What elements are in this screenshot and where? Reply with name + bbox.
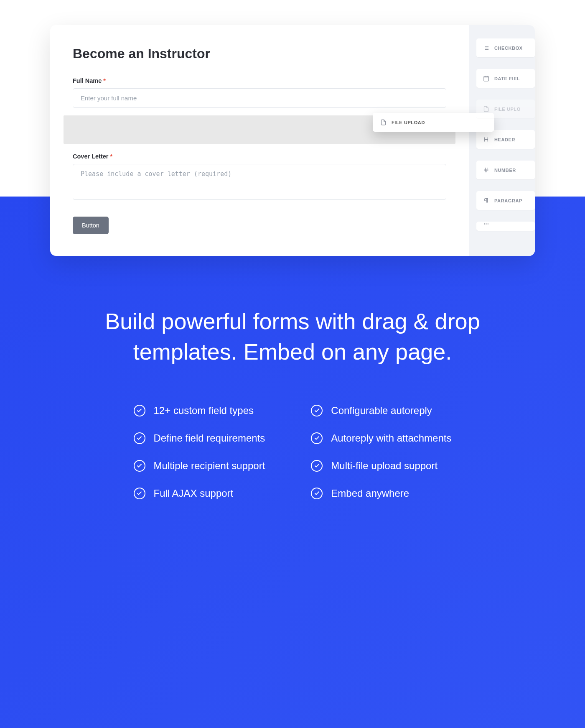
svg-rect-6 (484, 77, 488, 81)
palette-label: PARAGRAP (494, 198, 522, 203)
hero-headline: Build powerful forms with drag & drop te… (104, 306, 481, 367)
check-circle-icon (134, 432, 145, 444)
cover-textarea[interactable] (73, 164, 446, 200)
required-asterisk: * (110, 153, 112, 160)
check-circle-icon (311, 460, 323, 472)
hash-icon (483, 167, 489, 173)
required-asterisk: * (103, 77, 106, 84)
features-grid: 12+ custom field types Define field requ… (0, 405, 585, 499)
palette-item-header[interactable]: HEADER (476, 130, 535, 149)
file-icon (483, 106, 489, 112)
palette-item-paragraph[interactable]: PARAGRAP (476, 191, 535, 210)
feature-item: Embed anywhere (311, 488, 451, 499)
palette-item-checkbox[interactable]: CHECKBOX (476, 38, 535, 57)
dragging-field-item[interactable]: FILE UPLOAD (373, 113, 494, 132)
list-icon (483, 45, 489, 51)
feature-item: Define field requirements (134, 432, 265, 444)
more-icon (483, 222, 489, 227)
hero-copy: Build powerful forms with drag & drop te… (0, 306, 585, 367)
fullname-input[interactable] (73, 88, 446, 108)
palette-item-file[interactable]: FILE UPLO (476, 100, 535, 118)
feature-text: Multiple recipient support (154, 460, 265, 472)
check-circle-icon (311, 405, 323, 416)
fullname-label: Full Name * (73, 77, 446, 84)
feature-text: Full AJAX support (154, 488, 234, 499)
form-builder-card: Become an Instructor Full Name * Cover L… (50, 25, 535, 256)
check-circle-icon (134, 405, 145, 416)
palette-item-date[interactable]: DATE FIEL (476, 69, 535, 88)
feature-item: Configurable autoreply (311, 405, 451, 416)
palette-label: FILE UPLO (494, 107, 521, 112)
calendar-icon (483, 75, 489, 82)
palette-label: NUMBER (494, 168, 516, 173)
check-circle-icon (311, 488, 323, 499)
svg-point-15 (488, 224, 488, 224)
cover-label: Cover Letter * (73, 153, 446, 160)
feature-text: Autoreply with attachments (331, 432, 451, 444)
dragging-label: FILE UPLOAD (392, 120, 425, 125)
check-circle-icon (134, 488, 145, 499)
label-text: Full Name (73, 77, 102, 84)
svg-point-16 (484, 224, 485, 224)
palette-item-number[interactable]: NUMBER (476, 161, 535, 179)
palette-label: DATE FIEL (494, 76, 520, 81)
feature-item: Multiple recipient support (134, 460, 265, 472)
file-icon (380, 119, 387, 125)
feature-text: Define field requirements (154, 432, 265, 444)
svg-line-13 (487, 168, 487, 172)
svg-point-14 (486, 224, 486, 224)
submit-button[interactable]: Button (73, 217, 109, 234)
field-fullname: Full Name * (73, 77, 446, 108)
field-cover-letter: Cover Letter * (73, 153, 446, 202)
features-right: Configurable autoreply Autoreply with at… (311, 405, 451, 499)
feature-text: Embed anywhere (331, 488, 409, 499)
form-canvas[interactable]: Become an Instructor Full Name * Cover L… (50, 25, 469, 256)
feature-item: Full AJAX support (134, 488, 265, 499)
field-palette: FILE UPLOAD CHECKBOX DATE FIEL FILE UPLO… (469, 25, 535, 256)
label-text: Cover Letter (73, 153, 108, 160)
feature-item: Autoreply with attachments (311, 432, 451, 444)
check-circle-icon (311, 432, 323, 444)
feature-item: Multi-file upload support (311, 460, 451, 472)
feature-text: Configurable autoreply (331, 405, 432, 416)
form-title: Become an Instructor (73, 46, 446, 61)
paragraph-icon (483, 197, 489, 204)
palette-label: CHECKBOX (494, 46, 523, 51)
palette-item-more[interactable] (476, 222, 535, 231)
svg-line-12 (485, 168, 486, 172)
feature-text: Multi-file upload support (331, 460, 437, 472)
palette-label: HEADER (494, 137, 515, 142)
feature-text: 12+ custom field types (154, 405, 254, 416)
check-circle-icon (134, 460, 145, 472)
feature-item: 12+ custom field types (134, 405, 265, 416)
features-left: 12+ custom field types Define field requ… (134, 405, 265, 499)
header-icon (483, 136, 489, 143)
